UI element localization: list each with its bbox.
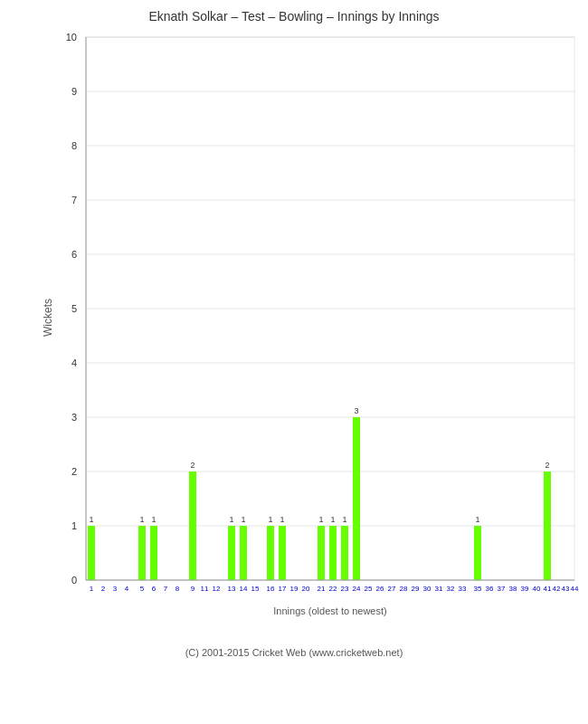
bar	[150, 526, 157, 580]
bar	[279, 526, 286, 580]
svg-text:2: 2	[71, 466, 77, 477]
svg-text:1: 1	[139, 515, 144, 524]
svg-text:6: 6	[71, 249, 77, 260]
svg-text:10: 10	[66, 32, 77, 43]
svg-text:2: 2	[545, 461, 549, 470]
svg-text:4: 4	[125, 585, 129, 593]
svg-text:19: 19	[290, 585, 299, 593]
svg-text:7: 7	[164, 585, 168, 593]
svg-text:1: 1	[241, 515, 245, 524]
svg-text:2: 2	[101, 585, 106, 593]
footer-text: (C) 2001-2015 Cricket Web (www.cricketwe…	[185, 647, 403, 658]
svg-text:30: 30	[423, 585, 432, 593]
bar	[240, 526, 247, 580]
svg-text:42: 42	[553, 585, 561, 593]
svg-text:26: 26	[376, 585, 384, 593]
svg-text:Wickets: Wickets	[42, 299, 54, 337]
svg-text:5: 5	[71, 303, 77, 314]
svg-text:29: 29	[412, 585, 420, 593]
svg-text:11: 11	[201, 585, 209, 593]
svg-text:6: 6	[152, 585, 156, 593]
svg-text:44: 44	[571, 585, 579, 593]
svg-text:32: 32	[447, 585, 455, 593]
chart-area: 0 1 2 3 4 5 6	[41, 28, 583, 643]
bar	[329, 526, 337, 580]
svg-text:15: 15	[251, 585, 260, 593]
bar	[318, 526, 325, 580]
svg-text:1: 1	[268, 515, 272, 524]
svg-text:8: 8	[175, 585, 180, 593]
svg-text:1: 1	[318, 515, 323, 524]
svg-text:43: 43	[562, 585, 570, 593]
svg-text:1: 1	[280, 515, 284, 524]
svg-text:28: 28	[400, 585, 408, 593]
svg-text:35: 35	[474, 585, 482, 593]
bar	[474, 526, 481, 580]
svg-text:36: 36	[486, 585, 494, 593]
svg-text:9: 9	[71, 86, 77, 97]
bar	[88, 526, 95, 580]
svg-text:22: 22	[329, 585, 337, 593]
chart-title: Eknath Solkar – Test – Bowling – Innings…	[148, 9, 439, 24]
svg-text:39: 39	[521, 585, 529, 593]
svg-text:20: 20	[302, 585, 310, 593]
svg-text:41: 41	[544, 585, 552, 593]
svg-text:7: 7	[71, 195, 77, 205]
svg-text:12: 12	[213, 585, 221, 593]
svg-text:3: 3	[71, 412, 77, 423]
svg-text:8: 8	[71, 140, 77, 151]
svg-text:31: 31	[435, 585, 443, 593]
svg-text:24: 24	[353, 585, 361, 593]
svg-text:37: 37	[498, 585, 506, 593]
bar	[544, 472, 551, 580]
svg-text:17: 17	[279, 585, 287, 593]
svg-text:2: 2	[190, 461, 194, 470]
svg-text:38: 38	[509, 585, 517, 593]
svg-text:16: 16	[267, 585, 275, 593]
bar	[341, 526, 348, 580]
svg-text:1: 1	[330, 515, 335, 524]
chart-svg: 0 1 2 3 4 5 6	[41, 28, 583, 643]
bar	[353, 417, 360, 580]
svg-text:Innings (oldest to newest): Innings (oldest to newest)	[273, 605, 386, 616]
svg-text:1: 1	[229, 515, 233, 524]
bar	[267, 526, 274, 580]
svg-text:4: 4	[71, 357, 77, 368]
svg-text:1: 1	[151, 515, 156, 524]
svg-text:1: 1	[342, 515, 346, 524]
svg-text:27: 27	[388, 585, 396, 593]
bar	[228, 526, 235, 580]
svg-text:13: 13	[228, 585, 236, 593]
svg-text:33: 33	[459, 585, 467, 593]
svg-text:0: 0	[71, 575, 77, 586]
chart-container: Eknath Solkar – Test – Bowling – Innings…	[0, 0, 588, 724]
bar	[138, 526, 146, 580]
svg-text:1: 1	[90, 585, 94, 593]
svg-text:3: 3	[113, 585, 118, 593]
svg-text:3: 3	[354, 406, 358, 415]
svg-text:9: 9	[191, 585, 195, 593]
svg-text:5: 5	[140, 585, 145, 593]
svg-text:25: 25	[365, 585, 373, 593]
svg-text:21: 21	[318, 585, 326, 593]
svg-text:1: 1	[475, 515, 479, 524]
svg-text:23: 23	[341, 585, 349, 593]
svg-text:1: 1	[89, 515, 93, 524]
svg-text:14: 14	[240, 585, 248, 593]
bar	[189, 472, 196, 580]
svg-text:40: 40	[533, 585, 541, 593]
svg-text:1: 1	[71, 520, 77, 531]
